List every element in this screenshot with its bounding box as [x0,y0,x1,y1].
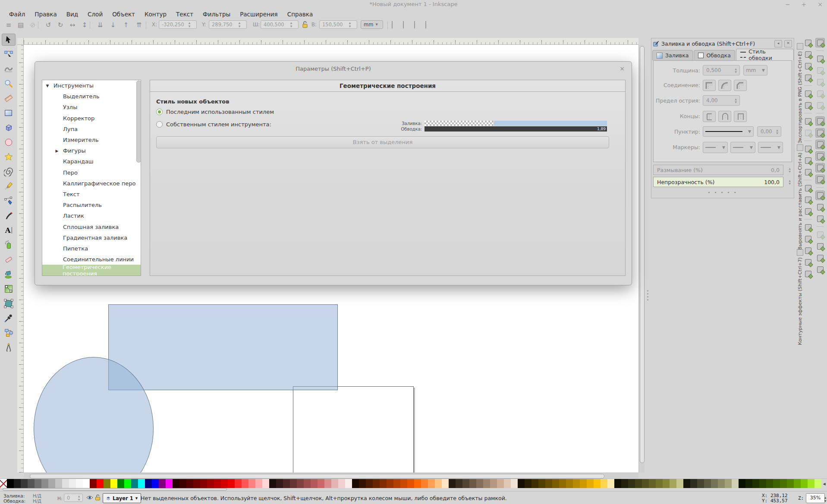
menu-7[interactable]: Текст [171,10,198,19]
palette-swatch[interactable] [787,479,794,488]
tree-item-выделитель[interactable]: Выделитель [42,91,141,102]
node-editor-tool[interactable] [2,48,16,60]
mid-marker-dropdown[interactable]: ▼ [730,142,755,153]
palette-swatch[interactable] [304,479,311,488]
palette-swatch[interactable] [207,479,214,488]
palette-swatch[interactable] [759,479,766,488]
snap-smooth-nodes-icon[interactable] [815,163,825,172]
palette-swatch[interactable] [628,479,635,488]
rectangle-tool[interactable] [2,107,16,119]
palette-swatch[interactable] [690,479,697,488]
snap-rotation-centers-icon[interactable] [815,214,825,223]
palette-swatch[interactable] [21,479,28,488]
palette-swatch[interactable] [97,479,104,488]
palette-swatch[interactable] [752,479,759,488]
palette-swatch[interactable] [621,479,628,488]
palette-swatch[interactable] [228,479,235,488]
tree-item-текст[interactable]: Текст [42,189,141,200]
palette-swatch[interactable] [166,479,173,488]
vertical-ruler[interactable] [17,45,24,473]
copy-icon[interactable] [803,144,813,153]
last-used-style-radio[interactable] [156,109,163,115]
miter-join-button[interactable] [703,80,716,91]
palette-swatch[interactable] [7,479,14,488]
tree-item-лупа[interactable]: Лупа [42,124,141,135]
palette-swatch[interactable] [552,479,559,488]
gradient-tool[interactable] [2,283,16,295]
lower-to-bottom-icon[interactable]: ⇊ [95,20,105,30]
zoom-tool[interactable] [2,78,16,90]
raise-icon[interactable]: ↑ [121,20,131,30]
palette-swatch[interactable] [331,479,338,488]
palette-swatch[interactable] [387,479,393,488]
measure-tool[interactable] [2,92,16,104]
canvas-horizontal-scrollbar[interactable] [24,473,638,479]
status-stroke-value[interactable]: Н/Д [33,498,41,504]
raise-to-top-icon[interactable]: ⇈ [134,20,144,30]
palette-swatch[interactable] [117,479,124,488]
snap-bbox-corners-icon[interactable] [815,77,825,87]
tree-expander-icon[interactable]: ▼ [45,84,50,88]
opacity-spinner[interactable]: ▲▼ [787,177,792,187]
palette-swatch[interactable] [518,479,525,488]
dropper-tool[interactable] [2,312,16,324]
palette-swatch[interactable] [456,479,462,488]
flip-vertical-icon[interactable]: ↕ [79,20,90,30]
palette-scroll-arrow-icon[interactable]: ◀ [821,479,827,488]
palette-swatch[interactable] [670,479,676,488]
dock-splitter[interactable] [645,38,651,479]
y-spinner[interactable]: ▲▼ [237,21,242,28]
palette-swatch[interactable] [173,479,179,488]
palette-swatch[interactable] [538,479,545,488]
preferences-icon[interactable] [803,269,813,279]
end-marker-dropdown[interactable]: ▼ [758,142,783,153]
canvas-vertical-scrollbar[interactable] [638,45,645,473]
palette-swatch[interactable] [649,479,656,488]
snap-cusp-nodes-icon[interactable] [815,151,825,161]
blue-rectangle-shape[interactable] [108,304,338,390]
close-button[interactable]: × [818,0,823,9]
palette-swatch[interactable] [338,479,345,488]
palette-swatch[interactable] [449,479,456,488]
palette-swatch[interactable] [83,479,90,488]
palette-swatch[interactable] [235,479,242,488]
tree-item-узлы[interactable]: Узлы [42,102,141,113]
select-all-icon[interactable]: ≡ [3,20,14,30]
palette-swatch[interactable] [531,479,538,488]
palette-swatch[interactable] [511,479,518,488]
menu-6[interactable]: Контур [140,10,171,19]
affect-corners-toggle[interactable] [403,22,404,28]
deselect-icon[interactable]: ⊘ [28,20,38,30]
geometric-constructions-tool[interactable] [2,341,16,354]
star-tool[interactable] [2,151,16,163]
maximize-button[interactable]: + [802,0,807,9]
palette-swatch[interactable] [773,479,780,488]
menu-10[interactable]: Справка [283,10,318,19]
palette-swatch[interactable] [179,479,186,488]
menu-1[interactable]: Файл [4,10,30,19]
snap-grids-icon[interactable] [815,253,825,263]
palette-swatch[interactable] [656,479,663,488]
affect-patterns-toggle[interactable] [425,22,426,28]
blur-spinner[interactable]: ▲▼ [787,165,792,175]
eraser-tool[interactable] [2,254,16,266]
palette-swatch[interactable] [566,479,573,488]
round-join-button[interactable] [718,80,731,91]
layer-lock-icon[interactable] [95,494,101,502]
zoom-to-page-icon[interactable] [803,207,813,216]
dialog-close-icon[interactable]: × [619,65,625,72]
palette-swatch[interactable] [214,479,221,488]
dash-pattern-dropdown[interactable]: ▼ [703,126,754,137]
palette-swatch[interactable] [504,479,511,488]
redo-icon[interactable] [803,128,813,138]
tree-item-распылитель[interactable]: Распылитель [42,200,141,210]
palette-swatch[interactable] [580,479,587,488]
palette-swatch[interactable] [745,479,752,488]
tree-item-инструменты[interactable]: ▼Инструменты [42,80,141,91]
palette-swatch[interactable] [497,479,504,488]
snap-others-icon[interactable] [815,191,825,200]
take-from-selection-button[interactable]: Взять от выделения [156,136,609,148]
tree-item-измеритель[interactable]: Измеритель [42,135,141,145]
snap-page-border-icon[interactable] [815,241,825,251]
snap-bbox-edge-midpoints-icon[interactable] [815,89,825,98]
